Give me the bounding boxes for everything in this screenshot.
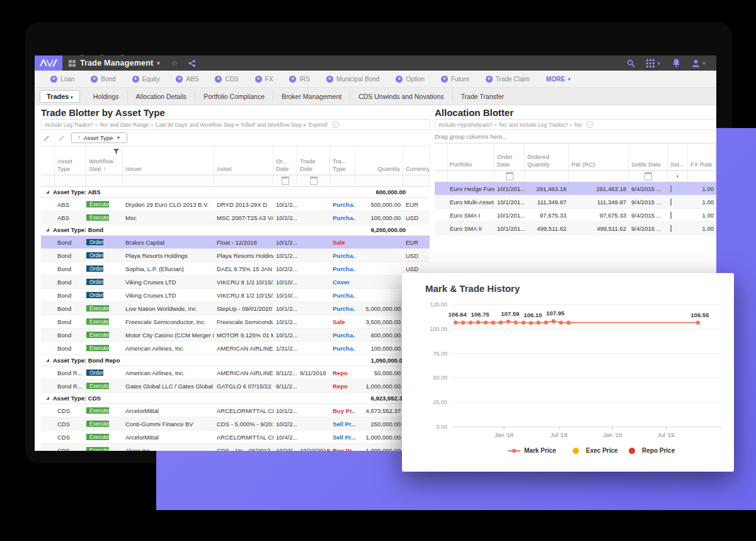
- asset-tab-option[interactable]: +Option: [387, 76, 432, 83]
- allocation-row[interactable]: Euro SMA I10/1/201...97,675.3397,675.339…: [435, 209, 716, 222]
- data-point[interactable]: [476, 320, 480, 324]
- asset-tab-fx[interactable]: +FX: [247, 76, 282, 83]
- sub-tab-cds-unwinds-and-novations[interactable]: CDS Unwinds and Novations: [350, 90, 452, 103]
- legend-item-repo-price[interactable]: Repo Price: [629, 447, 675, 454]
- column-header-tra-type[interactable]: Tra... Type: [330, 146, 355, 175]
- asset-tab-abs[interactable]: +ABS: [168, 76, 207, 83]
- share-icon[interactable]: [188, 59, 196, 67]
- asset-tab-cds[interactable]: +CDS: [207, 76, 246, 83]
- trade-row[interactable]: BondOrderViking Cruises LTDVIKCRU 8 1/2 …: [41, 276, 430, 289]
- search-icon[interactable]: [627, 59, 635, 67]
- trade-row[interactable]: ABSExecuteDryden 29 Euro CLO 2013 B.V.DR…: [41, 198, 430, 211]
- checkbox-unchecked[interactable]: [670, 212, 672, 219]
- trade-row[interactable]: BondExecuteAmerican Airlines, Inc.AMERIC…: [41, 342, 430, 355]
- edit-all-icon[interactable]: [56, 132, 67, 143]
- date-filter-cell[interactable]: [629, 171, 668, 182]
- sub-tab-trade-transfer[interactable]: Trade Transfer: [453, 90, 512, 103]
- allocation-row[interactable]: Euro SMA II10/1/201...499,511.62499,511.…: [435, 222, 716, 235]
- profile-icon[interactable]: ▼: [692, 59, 706, 67]
- column-header-asset-type[interactable]: Asset Type: [55, 146, 86, 175]
- data-point[interactable]: [484, 320, 488, 324]
- trade-row[interactable]: CDSExecuteAlcoa IncCDS - 1% - 06/2017 JP…: [41, 444, 430, 451]
- trade-row[interactable]: BondExecuteMotor City Casino (CCM Merger…: [41, 329, 430, 342]
- star-icon[interactable]: ☆: [171, 59, 178, 68]
- data-point[interactable]: [491, 320, 495, 324]
- asset-tab-future[interactable]: +Future: [433, 76, 478, 83]
- group-header-row[interactable]: Asset Type: ABS600,000.00: [41, 187, 430, 198]
- data-point[interactable]: [696, 320, 700, 324]
- sub-tab-portfolio-compliance[interactable]: Portfolio Compliance: [195, 90, 273, 103]
- legend-item-exec-price[interactable]: Exec Price: [573, 447, 618, 454]
- data-point[interactable]: [536, 321, 540, 325]
- calendar-icon[interactable]: [282, 177, 289, 185]
- trade-row[interactable]: CDSExecuteArcelorMittalARCELORMITTAL CDS…: [41, 431, 430, 444]
- column-header-trade-date[interactable]: Trade Date: [297, 146, 330, 175]
- caret-down-icon[interactable]: ▾: [677, 174, 679, 179]
- asset-tab-trade-claim[interactable]: +Trade Claim: [478, 76, 538, 83]
- brand-logo-icon[interactable]: [35, 55, 62, 71]
- column-header-issuer[interactable]: Issuer: [123, 146, 214, 175]
- trade-row[interactable]: Bond R...OrderAmerican Airlines, Inc.AME…: [41, 366, 430, 380]
- data-point[interactable]: [551, 319, 555, 323]
- checkbox-unchecked[interactable]: [670, 185, 672, 192]
- data-point[interactable]: [461, 320, 465, 324]
- data-point[interactable]: [522, 320, 525, 324]
- data-point[interactable]: [499, 320, 503, 324]
- data-point[interactable]: [529, 321, 532, 325]
- data-point[interactable]: [544, 320, 547, 324]
- allocation-row[interactable]: Euro Hedge Fund I10/1/201...291,463.1829…: [435, 182, 716, 195]
- asset-tab-irs[interactable]: +IRS: [281, 76, 318, 83]
- filter-cell[interactable]: [403, 175, 430, 186]
- date-filter-cell[interactable]: [495, 171, 525, 182]
- column-header-or-date[interactable]: Or... Date: [273, 146, 297, 175]
- column-header-portfolio[interactable]: Portfolio: [447, 144, 495, 170]
- sub-tab-trades[interactable]: Trades ▾: [40, 90, 80, 103]
- edit-icon[interactable]: [41, 132, 52, 143]
- filter-cell[interactable]: [688, 171, 716, 182]
- asset-tab-bond[interactable]: +Bond: [83, 76, 123, 83]
- trade-row[interactable]: BondOrderViking Cruises LTDVIKCRU 8 1/2 …: [41, 289, 430, 302]
- asset-tab-municipal-bond[interactable]: +Municipal Bond: [318, 76, 387, 83]
- sub-tab-holdings[interactable]: Holdings: [85, 90, 128, 103]
- group-header-row[interactable]: Asset Type: Bond Repo1,050,000.00: [41, 355, 430, 366]
- trade-row[interactable]: Bond R...ExecuteGates Global LLC / Gates…: [41, 380, 430, 393]
- trade-row[interactable]: BondExecuteLive Nation Worldwide, IncSte…: [41, 302, 430, 315]
- column-header-drag[interactable]: [41, 146, 55, 175]
- trade-row[interactable]: CDSExecuteConti-Gummi Finance BVCDS - 5.…: [41, 417, 430, 431]
- filter-cell[interactable]: [435, 171, 447, 182]
- column-header-order-date[interactable]: Order Date: [495, 144, 525, 170]
- filter-cell[interactable]: ▾: [668, 171, 688, 182]
- filter-cell[interactable]: [55, 175, 86, 186]
- data-point[interactable]: [566, 321, 570, 325]
- trade-row[interactable]: BondOrderPlaya Resorts HoldingsPlaya Res…: [41, 249, 430, 262]
- checkbox-unchecked[interactable]: [670, 199, 672, 206]
- filter-cell[interactable]: [355, 175, 403, 186]
- apps-grid-icon[interactable]: [69, 60, 76, 67]
- column-header-fx-rate[interactable]: FX Rate: [688, 144, 716, 170]
- more-tab[interactable]: MORE▾: [538, 76, 579, 83]
- trade-row[interactable]: ABSExecuteMscMSC 2007-T25 A3 VAR ...10/2…: [41, 211, 430, 224]
- drag-group-zone[interactable]: Drag group columns here...: [435, 130, 716, 143]
- calendar-icon[interactable]: [310, 177, 318, 185]
- trade-row[interactable]: BondExecuteFreescale Semiconductor, Inc.…: [41, 315, 430, 329]
- data-point[interactable]: [469, 320, 472, 324]
- column-header-settle-date[interactable]: Settle Date: [629, 144, 668, 170]
- asset-tab-equity[interactable]: +Equity: [124, 76, 168, 83]
- checkbox-unchecked[interactable]: [670, 225, 672, 232]
- date-filter-cell[interactable]: [273, 175, 297, 186]
- filter-cell[interactable]: [41, 175, 55, 186]
- column-header-asset[interactable]: Asset: [214, 146, 273, 175]
- trade-row[interactable]: BondOrderBrakes CapitalFloat - 12/201810…: [41, 236, 430, 249]
- column-header-drag[interactable]: [435, 144, 447, 170]
- group-header-row[interactable]: Asset Type: CDS6,923,552.37: [41, 393, 430, 404]
- calendar-icon[interactable]: [506, 172, 513, 180]
- allocation-row[interactable]: Euro Multi-Asset I10/1/201...111,349.871…: [435, 195, 716, 209]
- data-point[interactable]: [454, 320, 457, 324]
- app-title[interactable]: Trade Management: [80, 59, 153, 67]
- column-header-set[interactable]: Set...: [668, 144, 688, 170]
- filter-cell[interactable]: [123, 175, 214, 186]
- filter-cell[interactable]: [214, 175, 273, 186]
- data-point[interactable]: [514, 320, 518, 324]
- column-header-quantity[interactable]: Quantity: [355, 146, 403, 175]
- group-by-chip[interactable]: ↑ Asset Type ▼: [71, 132, 127, 143]
